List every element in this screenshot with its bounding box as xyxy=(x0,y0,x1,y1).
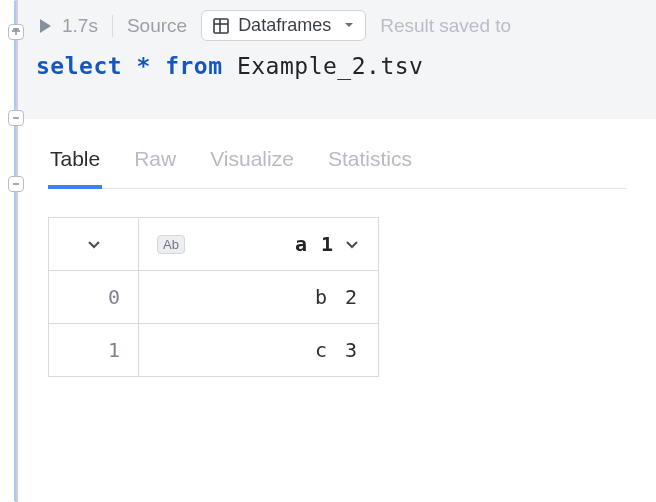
table-grid-icon xyxy=(212,17,230,35)
sql-editor[interactable]: select * from Example_2.tsv xyxy=(18,47,656,119)
output-tabs: Table Raw Visualize Statistics xyxy=(48,137,626,189)
keyword-from: from xyxy=(165,53,222,79)
tab-visualize[interactable]: Visualize xyxy=(208,137,296,189)
cell-value: c 3 xyxy=(139,324,379,377)
source-label[interactable]: Source xyxy=(127,15,187,37)
type-badge: Ab xyxy=(157,235,185,254)
row-index: 1 xyxy=(49,324,139,377)
svg-rect-0 xyxy=(214,19,228,33)
fold-handle[interactable] xyxy=(8,110,24,126)
dataframes-label: Dataframes xyxy=(238,15,331,36)
fold-handle[interactable] xyxy=(8,176,24,192)
run-button[interactable]: 1.7s xyxy=(36,15,98,37)
tab-raw[interactable]: Raw xyxy=(132,137,178,189)
play-icon xyxy=(36,17,54,35)
separator xyxy=(112,15,113,37)
cell-value: b 2 xyxy=(139,271,379,324)
table-row[interactable]: 1 c 3 xyxy=(49,324,379,377)
dataframes-dropdown[interactable]: Dataframes xyxy=(201,10,366,41)
fold-handle[interactable] xyxy=(8,24,24,40)
row-index: 0 xyxy=(49,271,139,324)
star-token: * xyxy=(136,53,150,79)
keyword-select: select xyxy=(36,53,122,79)
column-header[interactable]: Ab a 1 xyxy=(139,218,379,271)
chevron-down-icon xyxy=(344,236,360,252)
table-row[interactable]: 0 b 2 xyxy=(49,271,379,324)
run-time-label: 1.7s xyxy=(62,15,98,37)
tab-table[interactable]: Table xyxy=(48,137,102,189)
cell-header: 1.7s Source Dataframes Result saved to xyxy=(18,0,656,47)
tab-statistics[interactable]: Statistics xyxy=(326,137,414,189)
column-name: a 1 xyxy=(295,232,334,256)
result-saved-label: Result saved to xyxy=(380,15,511,37)
chevron-down-icon xyxy=(343,15,355,36)
index-column-header[interactable] xyxy=(49,218,139,271)
table-identifier: Example_2.tsv xyxy=(237,53,424,79)
chevron-down-icon xyxy=(86,236,102,252)
result-table: Ab a 1 0 b 2 1 c 3 xyxy=(48,217,379,377)
